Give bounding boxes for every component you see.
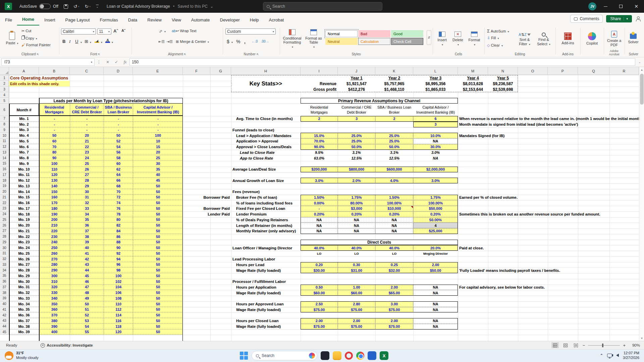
leads-value-cell[interactable]: 88 bbox=[104, 240, 133, 245]
leads-value-cell[interactable]: 90 bbox=[39, 155, 70, 161]
leads-value-cell[interactable]: - bbox=[39, 122, 70, 127]
row-header-34[interactable]: 34 bbox=[0, 267, 9, 273]
leads-value-cell[interactable]: 35 bbox=[70, 217, 104, 223]
comments-button[interactable]: Comments bbox=[570, 15, 603, 23]
column-header-C[interactable]: C bbox=[70, 67, 104, 75]
leads-value-cell[interactable]: 50 bbox=[133, 223, 183, 228]
month-label-cell[interactable]: Mo. 16 bbox=[9, 200, 39, 206]
assumption-value-cell[interactable]: NA bbox=[375, 217, 413, 223]
assumption-value-cell[interactable]: 9.5% bbox=[301, 150, 338, 156]
zoom-out-button[interactable]: − bbox=[583, 343, 585, 348]
leads-value-cell[interactable]: 210 bbox=[39, 223, 70, 228]
decrease-decimal-icon[interactable]: .00→ bbox=[261, 40, 269, 43]
assumption-value-cell[interactable]: NA bbox=[413, 290, 458, 296]
assumption-value-cell[interactable]: 0.20% bbox=[413, 212, 458, 217]
leads-value-cell[interactable]: 170 bbox=[39, 200, 70, 206]
assumption-value-cell[interactable]: $31.00 bbox=[338, 267, 375, 273]
assumption-value-cell[interactable]: $200,000 bbox=[301, 167, 338, 172]
leads-value-cell[interactable]: 78 bbox=[104, 212, 133, 217]
leads-value-cell[interactable]: 140 bbox=[39, 183, 70, 189]
increase-decimal-icon[interactable]: ←.0 bbox=[252, 40, 258, 43]
column-header-F[interactable]: F bbox=[183, 67, 210, 75]
month-label-cell[interactable]: Mo. 38 bbox=[9, 324, 39, 329]
leads-value-cell[interactable]: 100 bbox=[104, 273, 133, 279]
cell-style-good[interactable]: Good bbox=[391, 30, 423, 37]
month-label-cell[interactable]: Mo. 31 bbox=[9, 285, 39, 290]
assumption-value-cell[interactable]: NA bbox=[413, 155, 458, 161]
assumption-value-cell[interactable]: 100.00% bbox=[375, 200, 413, 206]
column-header-J[interactable]: J bbox=[338, 67, 375, 75]
leads-value-cell[interactable]: 20 bbox=[70, 133, 104, 138]
leads-value-cell[interactable]: 82 bbox=[104, 223, 133, 228]
assumption-value-cell[interactable]: NA bbox=[375, 223, 413, 228]
leads-value-cell[interactable]: 250 bbox=[39, 245, 70, 251]
month-label-cell[interactable]: Mo. 8 bbox=[9, 155, 39, 161]
assumption-value-cell[interactable]: 2.00 bbox=[413, 262, 458, 268]
chrome-browser-icon[interactable] bbox=[356, 352, 364, 360]
leads-value-cell[interactable]: 340 bbox=[39, 296, 70, 301]
assumption-value-cell[interactable]: $75.00 bbox=[375, 324, 413, 329]
worksheet-grid[interactable]: ABCDEFGHIJKLMNOPQR1234567891011121314151… bbox=[0, 67, 644, 341]
column-header-L[interactable]: L bbox=[413, 67, 458, 75]
leads-value-cell[interactable]: 200 bbox=[39, 217, 70, 223]
leads-value-cell[interactable]: 50 bbox=[133, 228, 183, 234]
leads-value-cell[interactable]: 130 bbox=[39, 178, 70, 183]
row-header-9[interactable]: 9 bbox=[0, 127, 9, 133]
leads-value-cell[interactable]: 50 bbox=[133, 279, 183, 285]
leads-value-cell[interactable]: 51 bbox=[70, 307, 104, 313]
format-painter-button[interactable]: 🖌 Format Painter bbox=[21, 43, 51, 47]
assumption-value-cell[interactable]: NA bbox=[413, 285, 458, 290]
assumption-value-cell[interactable]: 25.0% bbox=[338, 133, 375, 138]
leads-value-cell[interactable]: 50 bbox=[133, 307, 183, 313]
assumption-value-cell[interactable]: NA bbox=[301, 228, 338, 234]
assumption-value-cell[interactable]: 63.0% bbox=[301, 155, 338, 161]
leads-value-cell[interactable]: 45 bbox=[133, 178, 183, 183]
row-header-17[interactable]: 17 bbox=[0, 172, 9, 178]
leads-value-cell[interactable]: 50 bbox=[133, 195, 183, 200]
assumption-value-cell[interactable]: 100.00% bbox=[413, 200, 458, 206]
leads-value-cell[interactable]: 34 bbox=[70, 212, 104, 217]
leads-value-cell[interactable]: 50 bbox=[133, 267, 183, 273]
month-label-cell[interactable]: Mo. 22 bbox=[9, 234, 39, 240]
row-header-14[interactable]: 14 bbox=[0, 155, 9, 161]
format-cells-button[interactable]: Format▾ bbox=[466, 28, 482, 50]
formula-bar-expand-icon[interactable]: ⌄ bbox=[635, 60, 644, 64]
sort-filter-button[interactable]: A⇅Z Sort & Filter ▾ bbox=[516, 28, 533, 50]
leads-value-cell[interactable]: 50 bbox=[133, 318, 183, 324]
merge-center-button[interactable]: ⊞ Merge & Center ▾ bbox=[176, 40, 209, 44]
leads-value-cell[interactable]: 50 bbox=[133, 285, 183, 290]
close-button[interactable]: ✕ bbox=[629, 0, 644, 13]
month-label-cell[interactable]: Mo. 27 bbox=[9, 262, 39, 268]
leads-value-cell[interactable]: 96 bbox=[104, 262, 133, 268]
assumption-value-cell[interactable]: 0.20% bbox=[375, 212, 413, 217]
add-ins-button[interactable]: Add-ins bbox=[557, 28, 578, 50]
row-header-38[interactable]: 38 bbox=[0, 290, 9, 296]
row-header-36[interactable]: 36 bbox=[0, 279, 9, 285]
ribbon-tab-developer[interactable]: Developer bbox=[215, 14, 245, 25]
assumption-value-cell[interactable]: NA bbox=[413, 138, 458, 144]
month-label-cell[interactable]: Mo. 36 bbox=[9, 312, 39, 318]
leads-value-cell[interactable]: 21 bbox=[70, 138, 104, 144]
assumption-value-cell[interactable]: $50,000 bbox=[413, 206, 458, 212]
percent-style-icon[interactable]: % bbox=[236, 39, 240, 44]
find-select-button[interactable]: Find & Select ▾ bbox=[535, 28, 553, 50]
leads-value-cell[interactable]: 43 bbox=[70, 262, 104, 268]
assumption-value-cell[interactable]: $10,000 bbox=[375, 206, 413, 212]
assumption-value-cell[interactable]: 40.0% bbox=[301, 245, 338, 251]
row-header-23[interactable]: 23 bbox=[0, 206, 9, 212]
leads-value-cell[interactable]: 66 bbox=[104, 178, 133, 183]
leads-value-cell[interactable]: 94 bbox=[104, 256, 133, 262]
leads-value-cell[interactable]: 190 bbox=[39, 212, 70, 217]
leads-value-cell[interactable]: 36 bbox=[70, 223, 104, 228]
row-header-21[interactable]: 21 bbox=[0, 195, 9, 200]
assumption-value-cell[interactable]: NA bbox=[413, 307, 458, 313]
leads-value-cell[interactable]: 98 bbox=[104, 267, 133, 273]
assumption-value-cell[interactable]: 1.75% bbox=[413, 195, 458, 200]
assumption-value-cell[interactable]: 20.0% bbox=[413, 245, 458, 251]
month-label-cell[interactable]: Mo. 39 bbox=[9, 329, 39, 335]
leads-value-cell[interactable]: 50 bbox=[133, 251, 183, 256]
leads-value-cell[interactable]: 50 bbox=[133, 312, 183, 318]
row-header-22[interactable]: 22 bbox=[0, 200, 9, 206]
assumption-value-cell[interactable]: $3,000 bbox=[338, 206, 375, 212]
excel-app-icon[interactable]: X bbox=[5, 3, 12, 10]
